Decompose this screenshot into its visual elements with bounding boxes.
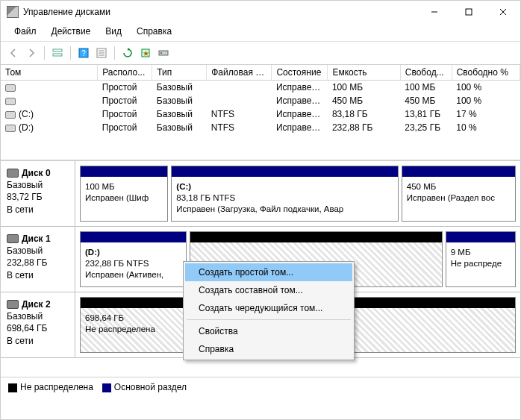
menu-help[interactable]: Справка: [129, 25, 179, 38]
svg-rect-14: [159, 51, 168, 55]
partition[interactable]: 100 МБИсправен (Шиф: [80, 166, 168, 222]
volume-list: Том Располо... Тип Файловая с... Состоян…: [1, 65, 520, 160]
disk-icon: [7, 234, 19, 243]
partition-header: [81, 166, 167, 177]
menu-action[interactable]: Действие: [44, 25, 99, 38]
partition-body: (D:)232,88 ГБ NTFSИсправен (Активен,: [81, 242, 186, 286]
svg-rect-5: [53, 54, 62, 56]
menu-view[interactable]: Вид: [98, 25, 129, 38]
properties-icon[interactable]: [93, 45, 110, 61]
menu-file[interactable]: Файл: [7, 25, 44, 38]
back-button[interactable]: [5, 45, 22, 61]
context-menu: Создать простой том...Создать составной …: [183, 261, 355, 360]
menubar: Файл Действие Вид Справка: [1, 23, 520, 42]
volume-row[interactable]: ПростойБазовыйИсправен... 100 МБ100 МБ10…: [1, 81, 520, 95]
volume-icon: [5, 125, 16, 132]
forward-button[interactable]: [23, 45, 40, 61]
toolbar: ? ★: [1, 42, 520, 65]
volume-row[interactable]: (D:) ПростойБазовыйNTFSИсправен... 232,8…: [1, 121, 520, 134]
volume-row[interactable]: ПростойБазовыйИсправен... 450 МБ450 МБ10…: [1, 94, 520, 107]
partition-header: [402, 166, 515, 177]
partition-body: 9 МБНе распреде: [446, 242, 515, 286]
partition[interactable]: 450 МБИсправен (Раздел вос: [402, 166, 516, 222]
partition[interactable]: (C:)83,18 ГБ NTFSИсправен (Загрузка, Фай…: [171, 166, 398, 222]
partition-header: [446, 232, 515, 242]
context-menu-item[interactable]: Справка: [185, 340, 352, 358]
volume-icon: [5, 84, 16, 92]
partition-body: 450 МБИсправен (Раздел вос: [402, 177, 515, 221]
volume-row[interactable]: (C:) ПростойБазовыйNTFSИсправен... 83,18…: [1, 107, 520, 121]
disk-icon: [7, 169, 19, 178]
disk-info[interactable]: Диск 1 Базовый232,88 ГБВ сети: [1, 227, 75, 292]
partition-body: 100 МБИсправен (Шиф: [81, 177, 167, 221]
context-menu-item[interactable]: Свойства: [185, 322, 352, 340]
table-header-row: Том Располо... Тип Файловая с... Состоян…: [1, 65, 520, 81]
col-layout[interactable]: Располо...: [98, 65, 152, 81]
volume-icon: [5, 98, 16, 105]
context-menu-item[interactable]: Создать составной том...: [185, 281, 352, 299]
col-free[interactable]: Свобод...: [400, 65, 452, 81]
minimize-button[interactable]: [417, 1, 452, 23]
disk-info[interactable]: Диск 2 Базовый698,64 ГБВ сети: [1, 292, 75, 357]
maximize-button[interactable]: [452, 1, 486, 23]
col-fs[interactable]: Файловая с...: [207, 65, 272, 81]
col-type[interactable]: Тип: [152, 65, 207, 81]
svg-rect-1: [466, 9, 472, 15]
context-menu-item[interactable]: Создать простой том...: [185, 263, 352, 281]
partition[interactable]: 9 МБНе распреде: [446, 231, 516, 287]
titlebar: Управление дисками: [1, 1, 520, 23]
partition-body: (C:)83,18 ГБ NTFSИсправен (Загрузка, Фай…: [172, 177, 397, 221]
window-title: Управление дисками: [23, 7, 417, 17]
svg-rect-4: [53, 49, 62, 51]
partition-header: [190, 232, 442, 242]
window-controls: [417, 1, 520, 23]
svg-text:?: ?: [81, 49, 86, 57]
legend-unalloc: Не распределена: [8, 382, 93, 392]
volume-icon: [5, 111, 16, 119]
partition[interactable]: (D:)232,88 ГБ NTFSИсправен (Активен,: [80, 231, 187, 287]
close-button[interactable]: [486, 1, 520, 23]
svg-text:★: ★: [143, 49, 149, 57]
col-status[interactable]: Состояние: [272, 65, 328, 81]
disk-info[interactable]: Диск 0 Базовый83,72 ГБВ сети: [1, 161, 75, 226]
partition-header: [172, 166, 397, 177]
new-volume-icon[interactable]: ★: [137, 45, 154, 61]
disk-row: Диск 0 Базовый83,72 ГБВ сети100 МБИсправ…: [1, 161, 520, 227]
col-capacity[interactable]: Емкость: [328, 65, 400, 81]
help-icon[interactable]: ?: [75, 45, 92, 61]
legend: Не распределена Основной раздел: [1, 377, 520, 397]
legend-primary: Основной раздел: [102, 382, 187, 392]
refresh-icon[interactable]: [119, 45, 136, 61]
col-freepct[interactable]: Свободно %: [452, 65, 520, 81]
app-icon: [7, 6, 19, 18]
menu-separator: [187, 319, 351, 320]
partition-header: [81, 232, 186, 242]
view-list-icon[interactable]: [49, 45, 66, 61]
svg-point-15: [160, 52, 162, 54]
context-menu-item[interactable]: Создать чередующийся том...: [185, 299, 352, 317]
rescan-icon[interactable]: [155, 45, 172, 61]
disk-icon: [7, 300, 19, 309]
col-volume[interactable]: Том: [1, 65, 98, 81]
